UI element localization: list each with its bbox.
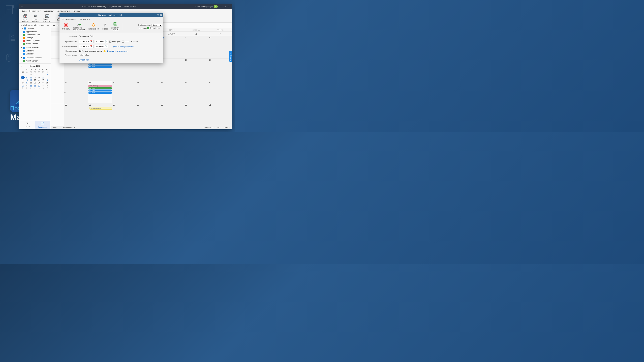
mini-cal-day-6[interactable]: 6	[41, 74, 45, 76]
mini-cal-day-30-prev[interactable]: 30	[37, 71, 41, 74]
calendar-checkbox[interactable]: ✓	[23, 53, 25, 55]
sidebar-item-jonathan[interactable]: ✓ Jonathan_Adams	[19, 39, 50, 42]
end-date-field[interactable]: 08.08.2019 📅	[79, 45, 94, 48]
modal-invite-btn[interactable]: Пригласитьпользователей	[72, 22, 86, 31]
mini-cal-day-30[interactable]: 30	[37, 84, 41, 87]
mini-cal-day-29-prev[interactable]: 29	[33, 71, 37, 74]
mini-cal-day-22[interactable]: 22	[29, 82, 33, 84]
start-time-field[interactable]: 10:30 AM 🕙	[95, 40, 108, 43]
cal-day-27[interactable]: 27	[112, 104, 136, 126]
minimize-button[interactable]: —	[219, 5, 222, 8]
modal-save-btn[interactable]: Сохранитьи закрыть	[110, 22, 121, 31]
calendars-group-header[interactable]: ▼ ✓ Calendar	[19, 27, 50, 30]
cal-day-24[interactable]: 24	[208, 81, 232, 103]
modal-close[interactable]: ✕	[160, 14, 162, 16]
mini-cal-day-15[interactable]: 15	[25, 79, 29, 82]
mini-cal-day-3[interactable]: 3	[25, 74, 29, 76]
mini-cal-day-11[interactable]: 11	[37, 76, 41, 79]
cal-day-19[interactable]: 19 Team Building 10:30 AM 11:00 AM 2:30 …	[88, 81, 112, 103]
mini-cal-day-1[interactable]: 1	[45, 71, 49, 74]
new-meeting-button[interactable]: Новоесобрание	[30, 13, 40, 22]
mini-cal-day-4-next[interactable]: 4	[33, 87, 37, 90]
account-header[interactable]: ▼ mihail.vorontsov@mobisystems.co	[19, 24, 50, 27]
menu-file[interactable]: Файл	[20, 10, 28, 12]
mini-cal-day-12[interactable]: 12	[41, 76, 45, 79]
cal-day-25[interactable]: 25	[64, 104, 88, 126]
nav-calendar[interactable]: Календарь	[35, 121, 50, 129]
sidebar-item-calendar[interactable]: ✓ Calendar	[19, 52, 50, 55]
timezone-checkbox[interactable]	[122, 40, 124, 42]
cal-event-summer-holiday[interactable]: Summer Holiday	[90, 107, 112, 110]
mini-cal-day-25[interactable]: 25	[45, 82, 49, 84]
cal-event-19-1[interactable]: 10:30 AM	[88, 87, 112, 89]
mini-cal-day-7-next[interactable]: 7	[45, 87, 49, 90]
mini-cal-day-10[interactable]: 10	[29, 76, 33, 79]
mini-cal-day-5-next[interactable]: 5	[37, 87, 41, 90]
officesuite-link[interactable]: OfficeSuite	[79, 59, 89, 61]
mini-cal-day-1-next[interactable]: 1	[20, 87, 25, 90]
cal-day-9[interactable]: 9	[184, 36, 208, 58]
new-items-button[interactable]: Новыеэлементы ▾	[42, 13, 53, 22]
mini-cal-next[interactable]: ›	[47, 65, 49, 67]
sidebar-item-holidays[interactable]: ✓ Holidays	[19, 36, 50, 39]
maximize-button[interactable]: □	[224, 5, 226, 8]
modal-menu-edit[interactable]: Редактирование ▾	[61, 18, 78, 21]
jonathan-checkbox[interactable]: ✓	[23, 40, 25, 42]
sidebar-item-everyday-chores[interactable]: ✓ Everyday Chores	[19, 33, 50, 36]
mini-cal-day-21[interactable]: 21	[25, 82, 29, 84]
cal-day-8[interactable]: 8	[160, 36, 184, 58]
mini-cal-day-14[interactable]: 14	[20, 79, 25, 82]
mini-cal-day-4[interactable]: 4	[33, 74, 37, 76]
mini-cal-day-3-next[interactable]: 3	[29, 87, 33, 90]
mini-cal-day-9[interactable]: 9	[25, 76, 29, 79]
mini-cal-day-18[interactable]: 18	[41, 79, 45, 82]
cal-day-28-aug[interactable]: 28	[136, 104, 160, 126]
cal-day-17[interactable]: 17	[208, 58, 232, 81]
refresh-icon[interactable]: ↻	[21, 5, 22, 8]
sidebar-item-new-calendar-1[interactable]: ✓ New Calendar	[19, 42, 50, 45]
mini-cal-day-16[interactable]: 16	[29, 79, 33, 82]
cal-collapse-btn[interactable]: ◀	[52, 24, 56, 27]
all-day-checkbox[interactable]	[110, 40, 112, 42]
birthdays-checkbox[interactable]: ✓	[23, 50, 25, 52]
facebook-group-header[interactable]: ▼ ✓ Facebook Calendar	[19, 56, 50, 59]
mini-cal-day-28-prev[interactable]: 28	[29, 71, 33, 74]
close-button[interactable]: ✕	[228, 5, 230, 8]
mini-cal-day-31-prev[interactable]: 31	[41, 71, 45, 74]
mini-cal-day-8[interactable]: 8	[20, 76, 25, 79]
cal-day-16[interactable]: 16	[184, 58, 208, 81]
mini-cal-day-17[interactable]: 17	[33, 79, 37, 82]
cal-event-19-3[interactable]: 2:30 PM	[88, 92, 112, 94]
calendars-group-checkbox[interactable]: ✓	[24, 28, 26, 30]
modal-maximize[interactable]: □	[157, 14, 159, 16]
cal-day-26[interactable]: 26 ◀ Summer Holiday	[88, 104, 112, 126]
cal-day-15[interactable]: 15	[160, 58, 184, 81]
cal-day-29-aug[interactable]: 29	[160, 104, 184, 126]
appointments-checkbox[interactable]: ✓	[23, 31, 25, 33]
nav-mail[interactable]: ✉ Почта	[20, 121, 35, 129]
start-date-field[interactable]: 07.08.2019 📅	[79, 40, 94, 43]
mini-cal-day-13[interactable]: 13	[45, 76, 49, 79]
sidebar-item-appointments[interactable]: ✓ Appointments	[19, 30, 50, 33]
cal-day-30-aug[interactable]: 30	[184, 104, 208, 126]
mini-cal-day-5[interactable]: 5	[37, 74, 41, 76]
mini-cal-day-23[interactable]: 23	[33, 82, 37, 84]
cal-day-10[interactable]: 10	[208, 36, 232, 58]
local-group-header[interactable]: ▼ ✓ Local Calendars	[19, 46, 50, 49]
mini-cal-day-31[interactable]: 31	[41, 84, 45, 87]
zoom-minus[interactable]: —	[221, 127, 222, 128]
new-calendar-1-checkbox[interactable]: ✓	[23, 43, 25, 45]
zoom-plus[interactable]: +	[230, 127, 230, 128]
modal-minimize[interactable]: —	[61, 14, 63, 16]
end-time-field[interactable]: 11:00 AM 🕙	[95, 45, 108, 48]
modal-repeat-btn[interactable]: Повтор	[101, 22, 109, 30]
mini-cal-day-27[interactable]: 27	[25, 84, 29, 87]
mini-cal-prev[interactable]: ‹	[20, 65, 22, 67]
menu-view[interactable]: Посмотреть ▾	[28, 10, 42, 12]
mini-cal-day-26[interactable]: 26	[20, 84, 25, 87]
appointments-sidebar-bar[interactable]: Appointments	[230, 51, 232, 62]
repeat-link[interactable]: ↻ Сделать повторяющимся	[110, 45, 134, 48]
menu-calendar[interactable]: Календарь ▾	[42, 10, 56, 12]
sidebar-item-new-calendar-2[interactable]: ✓ New Calendar	[19, 59, 50, 62]
menu-tools[interactable]: Инструменты ▾	[56, 10, 72, 12]
